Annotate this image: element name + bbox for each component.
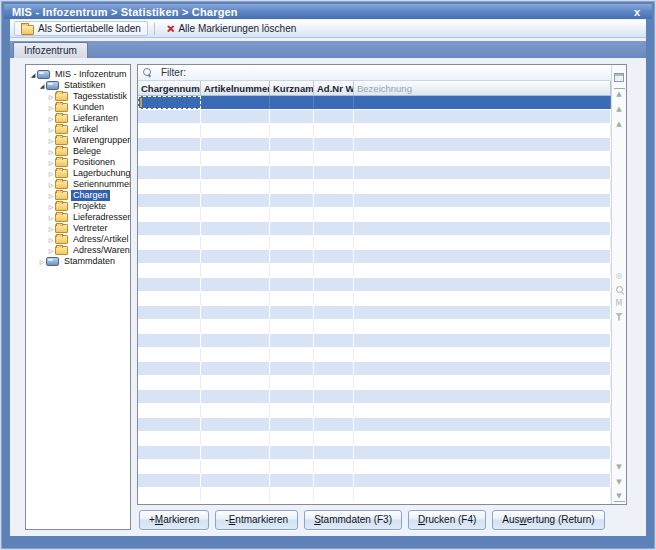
focused-cell[interactable] [139, 97, 200, 108]
find-icon[interactable]: ◎ [614, 270, 625, 281]
column-header-chargennummer[interactable]: Chargennummer▼ [138, 81, 201, 95]
tab-infozentrum[interactable]: Infozentrum [13, 42, 88, 58]
tree-expander-collapsed-icon[interactable]: ▷ [38, 256, 46, 267]
stammdaten-f3-button[interactable]: Stammdaten (F3) [304, 510, 402, 530]
markieren-button[interactable]: + Markieren [139, 510, 209, 530]
tree-expander-collapsed-icon[interactable]: ▷ [47, 168, 55, 179]
entmarkieren-button[interactable]: - Entmarkieren [215, 510, 298, 530]
drucken-f4-button[interactable]: Drucken (F4) [408, 510, 486, 530]
tree-expander-collapsed-icon[interactable]: ▷ [47, 157, 55, 168]
table-cell [138, 110, 201, 123]
tree-expander-collapsed-icon[interactable]: ▷ [47, 102, 55, 113]
table-row[interactable] [138, 96, 611, 110]
tree-item-lagerbuchungen[interactable]: ▷Lagerbuchungen [26, 168, 130, 179]
column-header-artikelnummer[interactable]: Artikelnummer [201, 81, 270, 95]
table-row[interactable] [138, 390, 611, 404]
table-row[interactable] [138, 474, 611, 488]
tree-item-adress-warengruppen[interactable]: ▷Adress/Warengruppen [26, 245, 130, 256]
tree-expander-collapsed-icon[interactable]: ▷ [47, 212, 55, 223]
table-row[interactable] [138, 320, 611, 334]
tree-item-seriennummern[interactable]: ▷Seriennummern [26, 179, 130, 190]
prev-page-icon[interactable]: ▲ [614, 103, 625, 114]
table-row[interactable] [138, 432, 611, 446]
tree-item-statistiken[interactable]: ◢Statistiken [26, 80, 130, 91]
tree-item-projekte[interactable]: ▷Projekte [26, 201, 130, 212]
table-row[interactable] [138, 460, 611, 474]
tree-expander-collapsed-icon[interactable]: ▷ [47, 135, 55, 146]
table-cell [354, 446, 611, 459]
table-row[interactable] [138, 278, 611, 292]
table-row[interactable] [138, 362, 611, 376]
table-row[interactable] [138, 292, 611, 306]
tree-item-warengruppen[interactable]: ▷Warengruppen [26, 135, 130, 146]
tree-item-chargen[interactable]: ▷Chargen [26, 190, 130, 201]
table-cell [354, 96, 611, 109]
tree-expander-collapsed-icon[interactable]: ▷ [47, 234, 55, 245]
table-cell [354, 334, 611, 347]
table-row[interactable] [138, 348, 611, 362]
close-icon[interactable]: x [630, 6, 644, 18]
tree-item-lieferadressen[interactable]: ▷Lieferadressen [26, 212, 130, 223]
filter-row[interactable]: Filter: [138, 65, 611, 81]
tree-expander-expanded-icon[interactable]: ◢ [38, 80, 46, 91]
tree-expander-collapsed-icon[interactable]: ▷ [47, 179, 55, 190]
table-cell [314, 474, 354, 487]
table-row[interactable] [138, 236, 611, 250]
tree-item-lieferanten[interactable]: ▷Lieferanten [26, 113, 130, 124]
table-row[interactable] [138, 488, 611, 502]
mark-icon[interactable]: M [614, 298, 625, 309]
goto-first-row-icon[interactable]: ▲ [614, 88, 625, 99]
table-row[interactable] [138, 124, 611, 138]
next-page-icon[interactable]: ▼ [614, 476, 625, 487]
table-row[interactable] [138, 222, 611, 236]
tree-item-tagesstatistik[interactable]: ▷Tagesstatistik [26, 91, 130, 102]
table-row[interactable] [138, 250, 611, 264]
table-row[interactable] [138, 446, 611, 460]
tree-expander-collapsed-icon[interactable]: ▷ [47, 124, 55, 135]
table-row[interactable] [138, 194, 611, 208]
tree-item-artikel[interactable]: ▷Artikel [26, 124, 130, 135]
column-header-bezeichnung[interactable]: Bezeichnung [354, 81, 611, 95]
column-header-ad-nr-we[interactable]: Ad.Nr WE [314, 81, 354, 95]
table-row[interactable] [138, 376, 611, 390]
tree-expander-collapsed-icon[interactable]: ▷ [47, 113, 55, 124]
search-icon[interactable] [615, 285, 624, 294]
tree-expander-collapsed-icon[interactable]: ▷ [47, 190, 55, 201]
table-row[interactable] [138, 110, 611, 124]
table-row[interactable] [138, 418, 611, 432]
tree-item-belege[interactable]: ▷Belege [26, 146, 130, 157]
tree-item-stammdaten[interactable]: ▷Stammdaten [26, 256, 130, 267]
tree-item-kunden[interactable]: ▷Kunden [26, 102, 130, 113]
table-row[interactable] [138, 208, 611, 222]
als-sortiertabelle-laden-button[interactable]: Als Sortiertabelle laden [14, 21, 148, 36]
table-row[interactable] [138, 152, 611, 166]
tree-expander-collapsed-icon[interactable]: ▷ [47, 223, 55, 234]
goto-last-row-icon[interactable]: ▼ [614, 491, 625, 502]
tree-expander-collapsed-icon[interactable]: ▷ [47, 201, 55, 212]
tree-item-adress-artikel[interactable]: ▷Adress/Artikel [26, 234, 130, 245]
toolbar-button-label: Als Sortiertabelle laden [38, 23, 141, 34]
column-chooser-icon[interactable] [614, 73, 624, 82]
tree-item-mis-infozentrum[interactable]: ◢MIS - Infozentrum [26, 69, 130, 80]
table-row[interactable] [138, 180, 611, 194]
table-row[interactable] [138, 138, 611, 152]
table-row[interactable] [138, 334, 611, 348]
prev-row-icon[interactable]: ▲ [614, 118, 625, 129]
table-row[interactable] [138, 306, 611, 320]
column-header-kurzname[interactable]: Kurzname [270, 81, 314, 95]
table-row[interactable] [138, 166, 611, 180]
tree-expander-collapsed-icon[interactable]: ▷ [47, 245, 55, 256]
table-row[interactable] [138, 404, 611, 418]
tree-expander-expanded-icon[interactable]: ◢ [29, 69, 37, 80]
tree-expander-collapsed-icon[interactable]: ▷ [47, 91, 55, 102]
next-row-icon[interactable]: ▼ [614, 461, 625, 472]
alle-markierungen-l-schen-button[interactable]: ×Alle Markierungen löschen [161, 21, 302, 36]
table-cell [354, 320, 611, 333]
tree-item-vertreter[interactable]: ▷Vertreter [26, 223, 130, 234]
tree-expander-collapsed-icon[interactable]: ▷ [47, 146, 55, 157]
tree-item-positionen[interactable]: ▷Positionen [26, 157, 130, 168]
table-row[interactable] [138, 264, 611, 278]
filter-funnel-icon[interactable] [615, 313, 623, 321]
auswertung-return-button[interactable]: Auswertung (Return) [492, 510, 604, 530]
tree-item-label: Belege [71, 146, 103, 157]
